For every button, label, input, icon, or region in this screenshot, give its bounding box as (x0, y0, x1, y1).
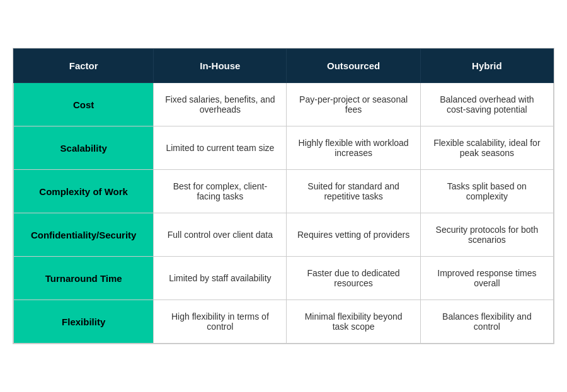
factor-cell: Confidentiality/Security (14, 213, 154, 257)
hybrid-cell: Tasks split based on complexity (420, 170, 553, 213)
table-row: FlexibilityHigh flexibility in terms of … (14, 300, 554, 344)
table-row: Complexity of WorkBest for complex, clie… (14, 170, 554, 213)
hybrid-cell: Security protocols for both scenarios (420, 213, 553, 257)
factor-cell: Cost (14, 83, 154, 126)
outsourced-cell: Suited for standard and repetitive tasks (287, 170, 420, 213)
inhouse-cell: Fixed salaries, benefits, and overheads (154, 83, 287, 126)
factor-cell: Turnaround Time (14, 257, 154, 300)
table-row: CostFixed salaries, benefits, and overhe… (14, 83, 554, 126)
header-factor: Factor (14, 49, 154, 83)
outsourced-cell: Pay-per-project or seasonal fees (287, 83, 420, 126)
factor-cell: Scalability (14, 126, 154, 170)
outsourced-cell: Requires vetting of providers (287, 213, 420, 257)
comparison-table: Factor In-House Outsourced Hybrid CostFi… (13, 48, 554, 344)
table-header-row: Factor In-House Outsourced Hybrid (14, 49, 554, 83)
table-row: Turnaround TimeLimited by staff availabi… (14, 257, 554, 300)
inhouse-cell: Limited to current team size (154, 126, 287, 170)
inhouse-cell: Best for complex, client-facing tasks (154, 170, 287, 213)
inhouse-cell: Limited by staff availability (154, 257, 287, 300)
table-row: Confidentiality/SecurityFull control ove… (14, 213, 554, 257)
factor-cell: Flexibility (14, 300, 154, 344)
hybrid-cell: Improved response times overall (420, 257, 553, 300)
hybrid-cell: Balanced overhead with cost-saving poten… (420, 83, 553, 126)
header-inhouse: In-House (154, 49, 287, 83)
outsourced-cell: Faster due to dedicated resources (287, 257, 420, 300)
hybrid-cell: Flexible scalability, ideal for peak sea… (420, 126, 553, 170)
header-outsourced: Outsourced (287, 49, 420, 83)
outsourced-cell: Highly flexible with workload increases (287, 126, 420, 170)
hybrid-cell: Balances flexibility and control (420, 300, 553, 344)
inhouse-cell: High flexibility in terms of control (154, 300, 287, 344)
header-hybrid: Hybrid (420, 49, 553, 83)
table-row: ScalabilityLimited to current team sizeH… (14, 126, 554, 170)
inhouse-cell: Full control over client data (154, 213, 287, 257)
outsourced-cell: Minimal flexibility beyond task scope (287, 300, 420, 344)
factor-cell: Complexity of Work (14, 170, 154, 213)
